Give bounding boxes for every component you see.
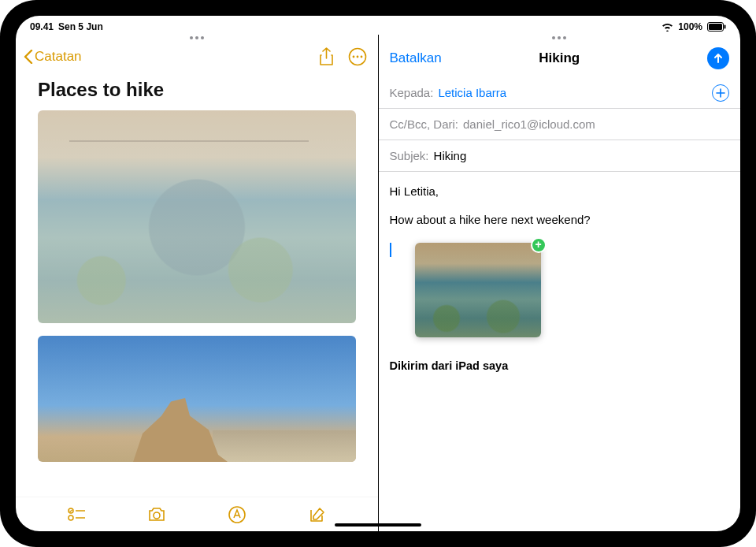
body-line-2: How about a hike here next weekend? [390,211,730,229]
mail-body[interactable]: Hi Letitia, How about a hike here next w… [379,172,741,531]
note-body[interactable] [16,110,378,497]
ccbcc-label: Cc/Bcc, Dari: [390,117,459,131]
subject-field[interactable]: Subjek: Hiking [379,140,741,172]
from-value: daniel_rico1@icloud.com [463,117,595,131]
markup-icon [228,506,246,523]
battery-icon [707,22,726,32]
status-time: 09.41 [30,21,54,32]
multitask-pill-right[interactable] [552,36,566,39]
camera-button[interactable] [147,507,166,523]
subject-label: Subjek: [390,149,429,162]
multitask-pill-left[interactable] [190,36,204,39]
share-icon [319,47,334,66]
compose-icon [309,506,326,523]
note-title[interactable]: Places to hike [16,73,378,110]
note-image-2[interactable] [38,336,356,462]
signature: Dikirim dari iPad saya [390,358,730,374]
svg-point-5 [356,56,358,58]
markup-button[interactable] [228,506,246,523]
drag-add-badge: + [531,237,547,253]
notes-nav: Catatan [16,35,378,73]
text-cursor [390,243,391,257]
home-indicator[interactable] [335,523,421,527]
arrow-up-icon [713,53,724,64]
dragged-image[interactable]: + [415,243,541,337]
checklist-icon [68,508,85,522]
more-button[interactable] [348,47,367,66]
recipient-chip[interactable]: Leticia Ibarra [438,86,506,99]
mail-title: Hiking [539,50,580,66]
note-image-1[interactable] [38,110,356,323]
svg-point-11 [154,512,160,519]
svg-rect-1 [709,24,722,30]
checklist-button[interactable] [68,508,85,522]
plus-icon [716,88,725,98]
wifi-icon [662,23,673,32]
subject-value: Hiking [434,149,467,162]
split-view: Catatan Places to hike [16,35,740,531]
status-date: Sen 5 Jun [58,21,103,32]
svg-point-4 [352,56,354,58]
chevron-left-icon [24,50,33,64]
more-icon [348,47,367,66]
mail-nav: Batalkan Hiking [379,35,741,77]
add-recipient-button[interactable] [712,84,729,102]
compose-button[interactable] [309,506,326,523]
cancel-button[interactable]: Batalkan [390,50,442,66]
share-button[interactable] [319,47,334,66]
svg-point-9 [69,515,73,520]
ccbcc-field[interactable]: Cc/Bcc, Dari: daniel_rico1@icloud.com [379,109,741,140]
ipad-frame: 09.41 Sen 5 Jun 100% Cat [0,0,756,547]
send-button[interactable] [707,47,729,69]
back-label: Catatan [35,49,82,65]
back-button[interactable]: Catatan [24,49,82,65]
notes-app: Catatan Places to hike [16,35,379,531]
svg-rect-2 [724,25,726,29]
status-bar: 09.41 Sen 5 Jun 100% [16,16,740,35]
battery-percent: 100% [678,21,702,32]
mail-app: Batalkan Hiking Kepada: Leticia Ibarra C… [379,35,741,531]
screen: 09.41 Sen 5 Jun 100% Cat [16,16,740,531]
svg-point-6 [360,56,362,58]
to-label: Kepada: [390,86,434,99]
camera-icon [147,507,166,523]
notes-toolbar [16,497,378,531]
body-line-1: Hi Letitia, [390,183,730,200]
to-field[interactable]: Kepada: Leticia Ibarra [379,77,741,109]
